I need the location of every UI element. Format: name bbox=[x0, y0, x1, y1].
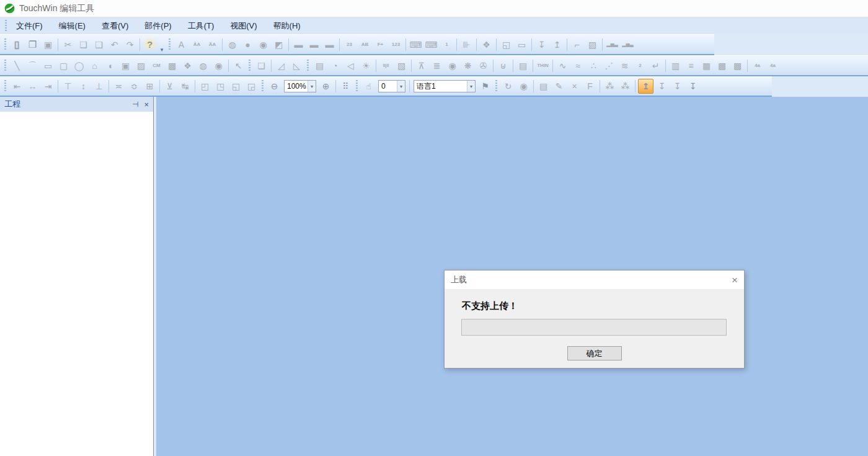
toolbar-layout-zoom: ⇤↔⇥⊤↕⊥≍≎⊞⊻↹◰◳◱◲⊖100%▾⊕⠿☝0▾语言1▾⚑↻◉▤✎×F⁂⁂↥… bbox=[0, 76, 868, 97]
toolbar-grip[interactable] bbox=[249, 60, 250, 72]
menu-edit[interactable]: 编辑(E) bbox=[51, 18, 94, 34]
toolbar-separator bbox=[533, 60, 533, 72]
pipe-icon: ≣ bbox=[430, 59, 444, 73]
toolbar-grip[interactable] bbox=[307, 60, 309, 72]
toolbar-grip[interactable] bbox=[262, 80, 264, 92]
menu-display[interactable]: 视图(V) bbox=[222, 18, 265, 34]
new-file-icon[interactable]: ▯ bbox=[10, 38, 24, 51]
toolbar-grip[interactable] bbox=[356, 80, 358, 92]
arc-icon: ⌒ bbox=[25, 59, 40, 73]
rotate-center-icon: ◉ bbox=[516, 79, 531, 93]
menu-file[interactable]: 文件(F) bbox=[8, 18, 51, 34]
zoom-level-combo[interactable]: 100%▾ bbox=[284, 80, 316, 92]
flash-download-icon[interactable]: ↧ bbox=[686, 79, 700, 93]
toolbar-separator bbox=[108, 80, 109, 92]
project-tree-area bbox=[0, 112, 153, 456]
toolbar-overflow-button[interactable]: ▾ bbox=[158, 45, 166, 54]
next-layer-icon: ◲ bbox=[244, 79, 259, 93]
panel-close-icon[interactable]: × bbox=[144, 100, 149, 109]
scroll-text-icon: ◉ bbox=[211, 59, 226, 73]
report-icon: ▤ bbox=[516, 59, 530, 73]
toolbar-grip[interactable] bbox=[4, 80, 6, 92]
common-grid-icon: ▥ bbox=[668, 59, 683, 73]
static-text-icon: A bbox=[174, 38, 188, 51]
audio-part-icon: ◁ bbox=[343, 59, 358, 73]
menu-tools[interactable]: 工具(T) bbox=[180, 18, 223, 34]
toolbar-separator bbox=[665, 60, 666, 72]
edit-function-icon: ✎ bbox=[552, 79, 566, 93]
toolbar-separator bbox=[228, 60, 229, 72]
data-export-grid-icon: ▩ bbox=[730, 59, 745, 73]
time-data-icon: 2 bbox=[633, 59, 647, 73]
panel-pin-icon[interactable]: ⊤ bbox=[131, 101, 140, 107]
open-file-icon[interactable]: ❐ bbox=[25, 38, 40, 51]
menubar-grip[interactable] bbox=[5, 20, 7, 32]
network-config-icon: ⁂ bbox=[618, 79, 632, 93]
toolbar-separator bbox=[600, 80, 600, 92]
center-vertical-screen-icon: ⊻ bbox=[162, 79, 177, 93]
toolbar-separator bbox=[339, 38, 340, 51]
toolbar-separator bbox=[222, 38, 223, 51]
toolbar-separator bbox=[288, 38, 289, 51]
toolbar-grip[interactable] bbox=[169, 38, 170, 51]
return-icon: ↵ bbox=[649, 59, 663, 73]
language-combo[interactable]: 语言1▾ bbox=[414, 80, 476, 92]
rotate-object-icon: ↻ bbox=[501, 79, 515, 93]
toolbar-separator bbox=[635, 80, 636, 92]
upload-dialog-body: 不支持上传！ 确定 bbox=[445, 289, 744, 368]
scatter-chart-icon: ∴ bbox=[587, 59, 601, 73]
toolbar-standard: ▯❐▣✂❏❑↶↷?▾AÂAÄA◍●◉◩▬▬▬23ABF+123⌨⌨1⊪❖◱▭↧↥… bbox=[0, 34, 868, 55]
sector-icon: ◖ bbox=[103, 59, 117, 73]
pump-icon: ◉ bbox=[445, 59, 459, 73]
upload-dialog-title: 上载 bbox=[451, 274, 467, 285]
screen-button-icon: ▬ bbox=[307, 38, 321, 51]
object-library-icon: ❖ bbox=[479, 38, 494, 51]
screen-number-combo[interactable]: 0▾ bbox=[378, 80, 405, 92]
set-data-icon: 1 bbox=[440, 38, 454, 51]
digital-display-icon: 23 bbox=[342, 38, 356, 51]
align-center-h-icon: ↔ bbox=[25, 79, 40, 93]
toolbar-separator bbox=[411, 60, 412, 72]
toolbar-separator bbox=[456, 38, 457, 51]
screen-jump-icon: ◩ bbox=[272, 38, 286, 51]
download-project-icon: ↧ bbox=[655, 79, 669, 93]
dialog-close-icon[interactable]: × bbox=[732, 275, 738, 285]
menu-view[interactable]: 查看(V) bbox=[94, 18, 136, 34]
grid-toggle-icon[interactable]: ⠿ bbox=[339, 79, 353, 93]
date-part-icon: ▤ bbox=[312, 59, 327, 73]
picture-display-icon: ▧ bbox=[394, 59, 409, 73]
trend-chart-icon: ∿ bbox=[556, 59, 570, 73]
brightness-part-icon: ☀ bbox=[359, 59, 373, 73]
align-right-icon: ⇥ bbox=[41, 79, 55, 93]
zoom-out-icon[interactable]: ⊖ bbox=[267, 79, 281, 93]
upload-project-icon[interactable]: ↥ bbox=[638, 79, 653, 94]
ok-button[interactable]: 确定 bbox=[567, 346, 622, 360]
redo-icon: ↷ bbox=[123, 38, 137, 51]
copy-icon: ❏ bbox=[76, 38, 91, 51]
scale-icon: ⊪ bbox=[459, 38, 474, 51]
upload-progress-bar bbox=[461, 319, 727, 336]
help-icon[interactable]: ? bbox=[143, 38, 157, 51]
digital-input-icon: 123 bbox=[389, 38, 403, 51]
save-icon: ▣ bbox=[41, 38, 55, 51]
menu-help[interactable]: 帮助(H) bbox=[265, 18, 309, 34]
zoom-in-icon[interactable]: ⊕ bbox=[319, 79, 333, 93]
send-to-back-icon: ◳ bbox=[213, 79, 228, 93]
flip-horizontal-icon: ◿ bbox=[274, 59, 288, 73]
push-button-icon: ● bbox=[241, 38, 255, 51]
align-bottom-icon: ⊥ bbox=[92, 79, 106, 93]
toolbar-separator bbox=[531, 38, 532, 51]
language-flag-icon[interactable]: ⚑ bbox=[478, 79, 492, 93]
hatch-fill-icon: ▨ bbox=[585, 38, 600, 51]
touch-test-icon[interactable]: ☝ bbox=[361, 79, 376, 93]
toolbar-separator bbox=[376, 60, 376, 72]
delete-function-icon: × bbox=[567, 79, 582, 93]
menu-parts[interactable]: 部件(P) bbox=[136, 18, 179, 34]
toolbar-grip[interactable] bbox=[4, 38, 6, 51]
toolbar-grip[interactable] bbox=[495, 80, 497, 92]
app-window: TouchWin 编辑工具 文件(F)编辑(E)查看(V)部件(P)工具(T)视… bbox=[0, 0, 868, 456]
download-data-icon: ↧ bbox=[534, 38, 549, 51]
window-title: TouchWin 编辑工具 bbox=[19, 3, 94, 14]
toolbar-separator bbox=[476, 38, 477, 51]
toolbar-grip[interactable] bbox=[4, 60, 6, 72]
